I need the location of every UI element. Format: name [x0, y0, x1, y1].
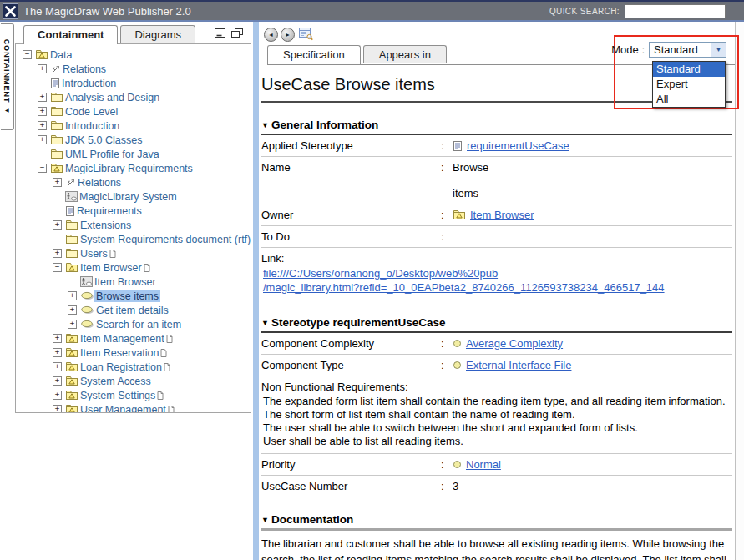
minimize-panel-icon[interactable]: [215, 28, 225, 38]
forward-button[interactable]: ►: [281, 28, 295, 42]
tree-item[interactable]: +Get item details: [16, 303, 251, 317]
tree-item-label[interactable]: Relations: [61, 63, 108, 75]
tree-item[interactable]: +Item Reservation: [16, 346, 251, 360]
tree-item[interactable]: +Relations: [16, 175, 251, 189]
expand-expander-icon[interactable]: +: [38, 93, 47, 102]
tree-item-label[interactable]: Requirements: [75, 205, 144, 217]
collapse-expander-icon[interactable]: −: [38, 164, 47, 173]
expand-expander-icon[interactable]: +: [38, 107, 47, 116]
tree-item[interactable]: +JDK 5.0 Classes: [16, 133, 251, 147]
quick-search-input[interactable]: [625, 4, 726, 18]
tree-item[interactable]: Introduction: [16, 76, 251, 90]
tree-item-label[interactable]: System Access: [78, 376, 153, 387]
value-link[interactable]: Average Complexity: [466, 337, 563, 350]
tree-item-label[interactable]: Item Browser: [93, 276, 158, 288]
expand-expander-icon[interactable]: +: [38, 135, 47, 144]
tree-item[interactable]: +Introduction: [16, 119, 251, 133]
tree-item[interactable]: System Requirements document (rtf): [16, 232, 251, 246]
file-link[interactable]: file:///C:/Users/ornanong_o/Desktop/web%…: [263, 266, 732, 280]
tab-containment[interactable]: Containment: [23, 25, 118, 44]
tree-item-label[interactable]: Data: [48, 49, 73, 61]
tab-specification[interactable]: Specification: [267, 45, 361, 64]
value-link[interactable]: Normal: [466, 458, 501, 471]
tree-item-label[interactable]: Browse items: [94, 290, 160, 302]
tree-item-label[interactable]: Item Management: [78, 333, 166, 345]
tree-item-label[interactable]: UML Profile for Java: [63, 149, 161, 160]
tree-item-label[interactable]: System Requirements document (rtf): [78, 234, 251, 245]
expand-expander-icon[interactable]: +: [68, 291, 77, 300]
tree-item-label[interactable]: Search for an item: [94, 319, 183, 330]
tree-item-label[interactable]: Introduction: [63, 120, 121, 132]
expand-expander-icon[interactable]: +: [38, 121, 47, 130]
tree-item-label[interactable]: MagicLibrary System: [78, 191, 179, 203]
expand-expander-icon[interactable]: +: [68, 320, 77, 329]
tree-item-label[interactable]: Loan Registration: [78, 361, 164, 373]
cascade-windows-icon[interactable]: [231, 28, 243, 38]
mode-option-expert[interactable]: Expert: [653, 77, 725, 92]
expand-expander-icon[interactable]: +: [53, 391, 62, 400]
tree-item-label[interactable]: Item Browser: [78, 262, 144, 274]
tree-item[interactable]: MagicLibrary System: [16, 189, 251, 204]
expand-expander-icon[interactable]: +: [68, 305, 77, 315]
tree-item-label[interactable]: Code Level: [63, 106, 119, 118]
specification-search-icon[interactable]: [299, 28, 314, 41]
tree-item[interactable]: +System Access: [16, 374, 251, 388]
tree-item-label[interactable]: Get item details: [94, 305, 170, 316]
expand-expander-icon[interactable]: +: [53, 348, 62, 357]
tree-item-label[interactable]: Users: [78, 248, 109, 260]
tree-item-label[interactable]: MagicLibrary Requirements: [63, 163, 195, 174]
tree-item[interactable]: Requirements: [16, 204, 251, 218]
expand-expander-icon[interactable]: +: [53, 376, 62, 386]
tree-item[interactable]: Item Browser: [16, 275, 251, 289]
tree-item-label[interactable]: Extensions: [78, 219, 133, 231]
tree-item[interactable]: +Analysis and Design: [16, 90, 251, 104]
collapse-expander-icon[interactable]: −: [53, 263, 62, 272]
containment-side-tab[interactable]: CONTAINMENT ▼: [1, 23, 14, 130]
value-link[interactable]: requirementUseCase: [467, 139, 569, 152]
tree-item-label[interactable]: JDK 5.0 Classes: [63, 134, 144, 146]
tree-item[interactable]: +Relations: [16, 62, 251, 76]
expand-expander-icon[interactable]: +: [53, 334, 62, 343]
expand-expander-icon[interactable]: +: [53, 249, 62, 258]
tree-item[interactable]: +Extensions: [16, 218, 251, 232]
section-collapse-icon[interactable]: ▼: [261, 319, 269, 327]
tree-item[interactable]: +Loan Registration: [16, 360, 251, 374]
tree-item[interactable]: −Item Browser: [16, 260, 251, 275]
panel-splitter[interactable]: [253, 22, 259, 560]
expand-expander-icon[interactable]: +: [53, 405, 62, 413]
tree-item[interactable]: +Browse items: [16, 289, 251, 303]
tree-item[interactable]: +User Management: [16, 402, 251, 413]
tree-item[interactable]: +System Settings: [16, 388, 251, 402]
tree-item-label[interactable]: User Management: [78, 404, 168, 414]
mode-select[interactable]: Standard ▼: [649, 42, 726, 58]
value-link[interactable]: Item Browser: [470, 209, 534, 221]
tree-item-label[interactable]: Analysis and Design: [63, 92, 161, 103]
chevron-down-icon[interactable]: ▼: [711, 43, 726, 57]
vertical-scrollbar[interactable]: [735, 22, 744, 560]
tab-appears-in[interactable]: Appears in: [363, 45, 447, 63]
tree-item[interactable]: +Users: [16, 246, 251, 260]
tree-item-label[interactable]: Introduction: [60, 78, 118, 89]
mode-option-all[interactable]: All: [653, 92, 725, 107]
section-collapse-icon[interactable]: ▼: [261, 516, 269, 524]
tab-diagrams[interactable]: Diagrams: [120, 25, 195, 43]
collapse-expander-icon[interactable]: −: [23, 50, 32, 59]
tree-item-label[interactable]: Relations: [76, 177, 123, 189]
mode-option-standard[interactable]: Standard: [653, 62, 725, 77]
expand-expander-icon[interactable]: +: [53, 178, 62, 187]
tree-item[interactable]: +Item Management: [16, 331, 251, 346]
tree-item[interactable]: UML Profile for Java: [16, 147, 251, 161]
expand-expander-icon[interactable]: +: [53, 220, 62, 230]
tree-item[interactable]: +Code Level: [16, 104, 251, 119]
tree-item-label[interactable]: Item Reservation: [78, 347, 160, 359]
tree-item[interactable]: −MagicLibrary Requirements: [16, 161, 251, 175]
tree-item[interactable]: +Search for an item: [16, 317, 251, 331]
tree-item[interactable]: −Data: [16, 48, 251, 62]
expand-expander-icon[interactable]: +: [53, 362, 62, 371]
file-link[interactable]: /magic_library.html?refid=_10_0EAPbeta2_…: [263, 280, 732, 295]
value-link[interactable]: External Interface File: [466, 359, 571, 371]
back-button[interactable]: ◄: [264, 28, 278, 42]
tree-item-label[interactable]: System Settings: [78, 390, 157, 401]
expand-expander-icon[interactable]: +: [38, 64, 47, 73]
section-collapse-icon[interactable]: ▼: [261, 121, 269, 129]
